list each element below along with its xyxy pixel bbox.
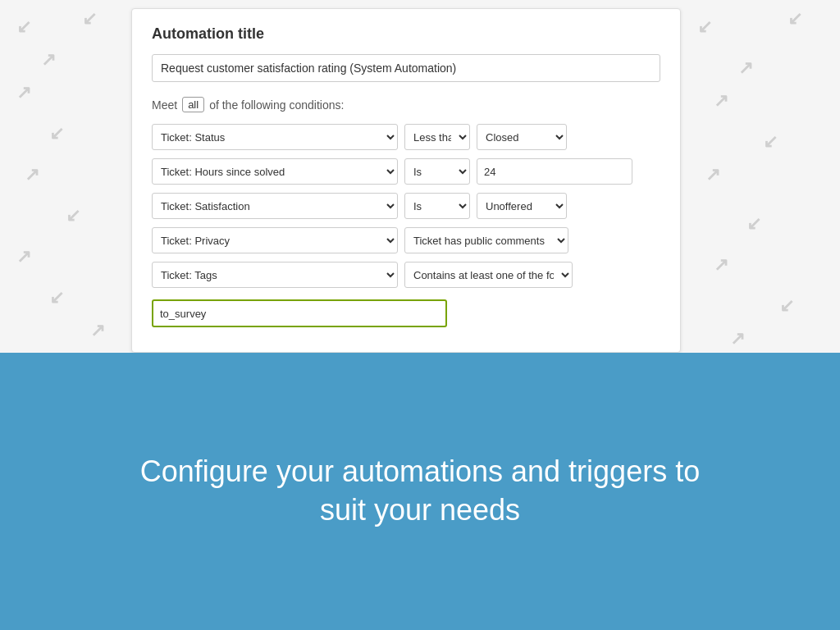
conditions-meet-text: Meet <box>152 98 177 112</box>
deco-arrow: ↙ <box>82 8 97 30</box>
condition-row-hours: Ticket: Hours since solved Is <box>152 158 660 185</box>
automation-title-label: Automation title <box>152 25 660 43</box>
bottom-section: Configure your automations and triggers … <box>0 353 840 630</box>
deco-arrow: ↙ <box>746 213 761 235</box>
operator-select-tags[interactable]: Contains at least one of the following <box>404 262 573 288</box>
deco-arrow: ↙ <box>49 287 64 308</box>
deco-arrow: ↙ <box>16 16 31 38</box>
deco-arrow: ↗ <box>41 49 56 71</box>
top-section: ↙ ↗ ↙ ↗ ↙ ↗ ↙ ↗ ↙ ↗ ↙ ↗ ↙ ↗ ↙ ↗ ↙ ↗ ↙ ↗ … <box>0 0 840 353</box>
deco-arrow: ↙ <box>779 295 794 317</box>
operator-select-status[interactable]: Less than <box>404 124 470 150</box>
condition-row-tags: Ticket: Tags Contains at least one of th… <box>152 262 660 288</box>
condition-row-privacy: Ticket: Privacy Ticket has public commen… <box>152 227 660 253</box>
field-select-tags[interactable]: Ticket: Tags <box>152 262 398 288</box>
field-select-satisfaction[interactable]: Ticket: Satisfaction <box>152 193 398 219</box>
operator-select-satisfaction[interactable]: Is <box>404 193 470 219</box>
deco-arrow: ↗ <box>90 320 105 341</box>
deco-arrow: ↗ <box>16 246 31 267</box>
field-select-privacy[interactable]: Ticket: Privacy <box>152 227 398 253</box>
deco-arrow: ↗ <box>714 254 728 276</box>
deco-arrow: ↙ <box>66 205 80 226</box>
tag-input-row <box>152 296 660 327</box>
value-select-status[interactable]: Closed <box>477 124 567 150</box>
conditions-suffix-text: of the following conditions: <box>209 98 344 112</box>
automation-title-input[interactable] <box>152 54 660 82</box>
deco-arrow: ↗ <box>738 57 753 79</box>
value-input-hours[interactable] <box>477 158 632 185</box>
deco-arrow: ↙ <box>697 16 712 38</box>
operator-select-hours[interactable]: Is <box>404 158 470 185</box>
deco-arrow: ↙ <box>788 8 802 30</box>
value-select-satisfaction[interactable]: Unoffered <box>477 193 567 219</box>
bottom-headline: Configure your automations and triggers … <box>133 453 707 530</box>
condition-row-satisfaction: Ticket: Satisfaction Is Unoffered <box>152 193 660 219</box>
field-select-hours[interactable]: Ticket: Hours since solved <box>152 158 398 185</box>
conditions-header: Meet all of the following conditions: <box>152 97 660 112</box>
field-select-status[interactable]: Ticket: Status <box>152 124 398 150</box>
deco-arrow: ↗ <box>714 90 728 112</box>
deco-arrow: ↗ <box>705 164 720 185</box>
deco-arrow: ↗ <box>25 164 39 185</box>
value-select-privacy[interactable]: Ticket has public comments <box>404 227 568 253</box>
deco-arrow: ↙ <box>49 123 64 144</box>
all-badge[interactable]: all <box>182 97 204 112</box>
deco-arrow: ↙ <box>763 131 778 153</box>
tag-input[interactable] <box>152 299 447 327</box>
condition-row-status: Ticket: Status Less than Closed <box>152 124 660 150</box>
deco-arrow: ↗ <box>730 328 745 349</box>
deco-arrow: ↗ <box>16 82 31 103</box>
automation-card: Automation title Meet all of the followi… <box>131 8 681 353</box>
